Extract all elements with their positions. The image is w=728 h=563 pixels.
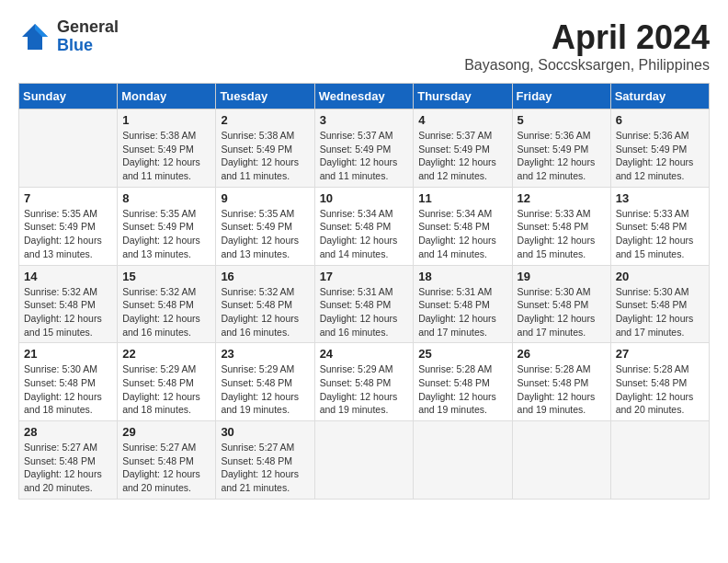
day-of-week-header: Thursday (414, 84, 512, 109)
day-info: Sunrise: 5:27 AMSunset: 5:48 PMDaylight:… (122, 441, 210, 495)
calendar-cell: 29Sunrise: 5:27 AMSunset: 5:48 PMDayligh… (118, 421, 216, 500)
day-info: Sunrise: 5:32 AMSunset: 5:48 PMDaylight:… (221, 285, 309, 339)
day-number: 15 (122, 270, 210, 283)
day-number: 26 (518, 347, 606, 361)
calendar-cell: 1Sunrise: 5:38 AMSunset: 5:49 PMDaylight… (118, 109, 216, 188)
day-number: 17 (320, 270, 409, 283)
day-number: 18 (418, 270, 506, 283)
day-info: Sunrise: 5:35 AMSunset: 5:49 PMDaylight:… (24, 207, 112, 261)
day-of-week-header: Wednesday (314, 84, 414, 109)
calendar-cell (512, 421, 610, 500)
calendar-cell: 21Sunrise: 5:30 AMSunset: 5:48 PMDayligh… (19, 343, 118, 421)
location-title: Bayasong, Soccsksargen, Philippines (464, 57, 710, 74)
day-info: Sunrise: 5:27 AMSunset: 5:48 PMDaylight:… (221, 441, 309, 495)
calendar-cell: 24Sunrise: 5:29 AMSunset: 5:48 PMDayligh… (314, 343, 414, 421)
calendar-week-row: 14Sunrise: 5:32 AMSunset: 5:48 PMDayligh… (19, 265, 710, 343)
day-info: Sunrise: 5:32 AMSunset: 5:48 PMDaylight:… (122, 285, 210, 339)
logo: General Blue (18, 18, 119, 55)
calendar-cell: 3Sunrise: 5:37 AMSunset: 5:49 PMDaylight… (314, 109, 414, 188)
day-info: Sunrise: 5:30 AMSunset: 5:48 PMDaylight:… (616, 285, 704, 339)
day-of-week-header: Tuesday (216, 84, 314, 109)
calendar-cell: 2Sunrise: 5:38 AMSunset: 5:49 PMDaylight… (216, 109, 314, 188)
day-number: 30 (221, 425, 309, 439)
calendar-cell: 23Sunrise: 5:29 AMSunset: 5:48 PMDayligh… (216, 343, 314, 421)
logo-text: General Blue (57, 18, 119, 55)
day-of-week-header: Sunday (19, 84, 118, 109)
day-info: Sunrise: 5:31 AMSunset: 5:48 PMDaylight:… (418, 285, 506, 339)
day-number: 28 (24, 425, 112, 439)
day-info: Sunrise: 5:33 AMSunset: 5:48 PMDaylight:… (616, 207, 704, 261)
day-number: 10 (320, 191, 409, 205)
calendar-cell: 13Sunrise: 5:33 AMSunset: 5:48 PMDayligh… (610, 187, 709, 265)
day-info: Sunrise: 5:30 AMSunset: 5:48 PMDaylight:… (518, 285, 606, 339)
day-number: 20 (616, 270, 704, 283)
day-info: Sunrise: 5:36 AMSunset: 5:49 PMDaylight:… (518, 129, 606, 183)
day-info: Sunrise: 5:38 AMSunset: 5:49 PMDaylight:… (122, 129, 210, 183)
calendar-cell: 16Sunrise: 5:32 AMSunset: 5:48 PMDayligh… (216, 265, 314, 343)
calendar-cell: 25Sunrise: 5:28 AMSunset: 5:48 PMDayligh… (414, 343, 512, 421)
calendar-table: SundayMondayTuesdayWednesdayThursdayFrid… (18, 83, 710, 500)
day-number: 21 (24, 347, 112, 361)
day-info: Sunrise: 5:29 AMSunset: 5:48 PMDaylight:… (221, 362, 309, 417)
day-number: 24 (320, 347, 409, 361)
calendar-cell: 12Sunrise: 5:33 AMSunset: 5:48 PMDayligh… (512, 187, 610, 265)
day-info: Sunrise: 5:28 AMSunset: 5:48 PMDaylight:… (518, 362, 606, 417)
calendar-cell: 5Sunrise: 5:36 AMSunset: 5:49 PMDaylight… (512, 109, 610, 188)
day-info: Sunrise: 5:29 AMSunset: 5:48 PMDaylight:… (320, 362, 409, 417)
day-info: Sunrise: 5:30 AMSunset: 5:48 PMDaylight:… (24, 362, 112, 417)
calendar-cell: 11Sunrise: 5:34 AMSunset: 5:48 PMDayligh… (414, 187, 512, 265)
calendar-cell: 7Sunrise: 5:35 AMSunset: 5:49 PMDaylight… (19, 187, 118, 265)
day-number: 4 (418, 113, 506, 127)
day-number: 12 (518, 191, 606, 205)
calendar-cell (314, 421, 414, 500)
day-number: 29 (122, 425, 210, 439)
calendar-cell: 15Sunrise: 5:32 AMSunset: 5:48 PMDayligh… (118, 265, 216, 343)
day-number: 9 (221, 191, 309, 205)
calendar-header-row: SundayMondayTuesdayWednesdayThursdayFrid… (19, 84, 710, 109)
calendar-cell: 26Sunrise: 5:28 AMSunset: 5:48 PMDayligh… (512, 343, 610, 421)
day-number: 13 (616, 191, 704, 205)
day-number: 16 (221, 270, 309, 283)
calendar-week-row: 21Sunrise: 5:30 AMSunset: 5:48 PMDayligh… (19, 343, 710, 421)
calendar-week-row: 7Sunrise: 5:35 AMSunset: 5:49 PMDaylight… (19, 187, 710, 265)
calendar-cell (19, 109, 118, 188)
day-number: 6 (616, 113, 704, 127)
day-number: 25 (418, 347, 506, 361)
day-number: 5 (518, 113, 606, 127)
day-info: Sunrise: 5:29 AMSunset: 5:48 PMDaylight:… (122, 362, 210, 417)
calendar-cell (610, 421, 709, 500)
day-number: 2 (221, 113, 309, 127)
calendar-cell (414, 421, 512, 500)
day-info: Sunrise: 5:31 AMSunset: 5:48 PMDaylight:… (320, 285, 409, 339)
day-number: 14 (24, 270, 112, 283)
month-title: April 2024 (464, 18, 710, 57)
logo-icon (18, 20, 51, 53)
day-number: 3 (320, 113, 409, 127)
day-info: Sunrise: 5:28 AMSunset: 5:48 PMDaylight:… (418, 362, 506, 417)
day-number: 8 (122, 191, 210, 205)
calendar-cell: 4Sunrise: 5:37 AMSunset: 5:49 PMDaylight… (414, 109, 512, 188)
day-info: Sunrise: 5:34 AMSunset: 5:48 PMDaylight:… (320, 207, 409, 261)
day-info: Sunrise: 5:36 AMSunset: 5:49 PMDaylight:… (616, 129, 704, 183)
day-number: 23 (221, 347, 309, 361)
day-info: Sunrise: 5:38 AMSunset: 5:49 PMDaylight:… (221, 129, 309, 183)
calendar-cell: 9Sunrise: 5:35 AMSunset: 5:49 PMDaylight… (216, 187, 314, 265)
day-number: 19 (518, 270, 606, 283)
day-info: Sunrise: 5:37 AMSunset: 5:49 PMDaylight:… (320, 129, 409, 183)
day-of-week-header: Monday (118, 84, 216, 109)
header: General Blue April 2024 Bayasong, Soccsk… (18, 18, 710, 74)
calendar-cell: 17Sunrise: 5:31 AMSunset: 5:48 PMDayligh… (314, 265, 414, 343)
day-of-week-header: Saturday (610, 84, 709, 109)
logo-blue: Blue (57, 36, 93, 54)
calendar-week-row: 1Sunrise: 5:38 AMSunset: 5:49 PMDaylight… (19, 109, 710, 188)
day-info: Sunrise: 5:28 AMSunset: 5:48 PMDaylight:… (616, 362, 704, 417)
day-info: Sunrise: 5:35 AMSunset: 5:49 PMDaylight:… (122, 207, 210, 261)
calendar-cell: 27Sunrise: 5:28 AMSunset: 5:48 PMDayligh… (610, 343, 709, 421)
day-info: Sunrise: 5:34 AMSunset: 5:48 PMDaylight:… (418, 207, 506, 261)
calendar-cell: 10Sunrise: 5:34 AMSunset: 5:48 PMDayligh… (314, 187, 414, 265)
day-info: Sunrise: 5:27 AMSunset: 5:48 PMDaylight:… (24, 441, 112, 495)
calendar-cell: 14Sunrise: 5:32 AMSunset: 5:48 PMDayligh… (19, 265, 118, 343)
day-info: Sunrise: 5:35 AMSunset: 5:49 PMDaylight:… (221, 207, 309, 261)
day-of-week-header: Friday (512, 84, 610, 109)
day-number: 1 (122, 113, 210, 127)
